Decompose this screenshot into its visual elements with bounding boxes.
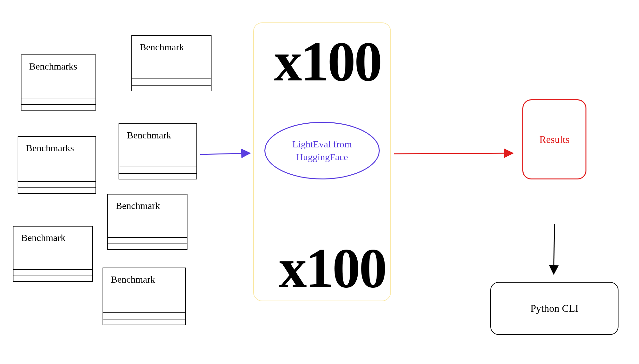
- benchmark-label: Benchmark: [13, 232, 92, 243]
- benchmark-label: Benchmarks: [21, 61, 95, 72]
- benchmark-box-4: Benchmark: [119, 123, 197, 179]
- benchmark-label: Benchmark: [103, 274, 185, 285]
- benchmark-box-1: Benchmarks: [21, 54, 96, 111]
- lighteval-ellipse: LightEval from HuggingFace: [264, 122, 380, 179]
- benchmark-box-5: Benchmark: [13, 226, 93, 282]
- box-base-lines: [103, 312, 185, 325]
- benchmark-box-2: Benchmark: [131, 35, 212, 91]
- benchmark-box-6: Benchmark: [107, 194, 187, 250]
- arrow-results-to-cli: [554, 224, 554, 274]
- benchmark-box-7: Benchmark: [103, 268, 186, 325]
- benchmark-label: Benchmark: [132, 42, 211, 53]
- arrow-lighteval-to-results: [394, 153, 513, 154]
- benchmark-label: Benchmarks: [18, 143, 95, 153]
- python-cli-box: Python CLI: [490, 282, 618, 335]
- lighteval-label: LightEval from HuggingFace: [275, 138, 369, 164]
- box-base-lines: [132, 79, 211, 91]
- python-cli-label: Python CLI: [530, 302, 578, 314]
- results-box: Results: [522, 99, 586, 179]
- box-base-lines: [18, 181, 95, 193]
- benchmark-label: Benchmark: [119, 130, 196, 141]
- benchmark-box-3: Benchmarks: [18, 136, 96, 194]
- multiplier-top-label: x100: [274, 34, 381, 90]
- arrow-benchmark-to-lighteval: [200, 153, 250, 154]
- box-base-lines: [119, 167, 196, 179]
- box-base-lines: [13, 269, 92, 281]
- box-base-lines: [108, 237, 187, 249]
- box-base-lines: [21, 98, 95, 110]
- benchmark-label: Benchmark: [108, 200, 187, 211]
- results-label: Results: [539, 134, 569, 145]
- multiplier-bottom-label: x100: [279, 240, 386, 296]
